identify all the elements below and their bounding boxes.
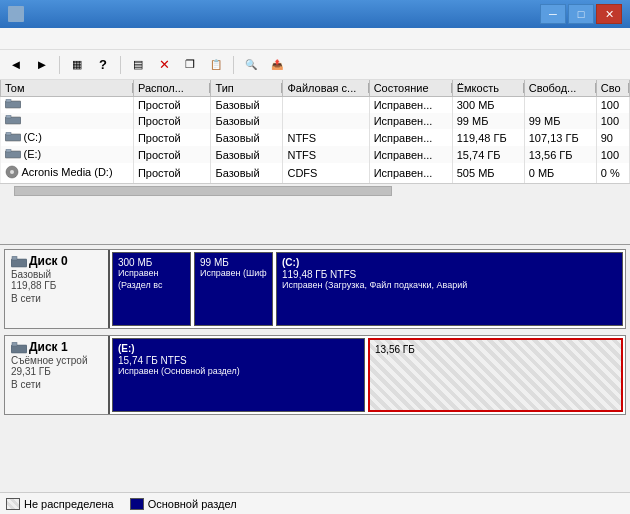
legend-box: [130, 498, 144, 510]
svg-rect-7: [6, 149, 11, 152]
minimize-button[interactable]: ─: [540, 4, 566, 24]
disk-partitions: 300 МБИсправен (Раздел вс99 МБИсправен (…: [110, 250, 625, 328]
table-header-row: Том Распол... Тип Файловая с... Состояни…: [1, 80, 630, 97]
status-bar: Не распределенаОсновной раздел: [0, 492, 630, 514]
cell-capacity: 300 МБ: [452, 97, 524, 114]
cell-vol: [1, 97, 134, 114]
legend-label: Не распределена: [24, 498, 114, 510]
window-controls: ─ □ ✕: [540, 4, 622, 24]
partition-info: Исправен (Основной раздел): [118, 366, 359, 378]
properties-button[interactable]: ▦: [65, 54, 89, 76]
cell-fs: [283, 97, 369, 114]
menu-file[interactable]: [4, 37, 20, 41]
zoom-button[interactable]: 🔍: [239, 54, 263, 76]
partition-size: 15,74 ГБ NTFS: [118, 355, 359, 366]
table-row[interactable]: Acronis Media (D:)ПростойБазовыйCDFSИспр…: [1, 163, 630, 183]
legend-label: Основной раздел: [148, 498, 237, 510]
help-button[interactable]: ?: [91, 54, 115, 76]
disk-label: Диск 0Базовый119,88 ГБВ сети: [5, 250, 110, 328]
cell-vol: Acronis Media (D:): [1, 163, 134, 183]
menu-help[interactable]: [52, 37, 68, 41]
scrollbar-thumb[interactable]: [14, 186, 392, 196]
cell-capacity: 119,48 ГБ: [452, 129, 524, 146]
partition-size: 13,56 ГБ: [375, 344, 616, 355]
disk-status: В сети: [11, 379, 102, 390]
cell-type: Базовый: [211, 163, 283, 183]
cell-free: 107,13 ГБ: [524, 129, 596, 146]
partition-size: 99 МБ: [200, 257, 267, 268]
horizontal-scrollbar[interactable]: [0, 183, 630, 197]
cell-fs: NTFS: [283, 146, 369, 163]
disk-area: Диск 0Базовый119,88 ГБВ сети300 МБИсправ…: [0, 245, 630, 492]
partition-title: (E:): [118, 343, 359, 354]
disk-row: Диск 1Съёмное устрой29,31 ГБВ сети(E:)15…: [4, 335, 626, 415]
col-layout: Распол...: [133, 80, 211, 97]
export-button[interactable]: 📤: [265, 54, 289, 76]
cell-status: Исправен...: [369, 97, 452, 114]
svg-rect-3: [6, 115, 11, 118]
forward-button[interactable]: ►: [30, 54, 54, 76]
col-vol: Том: [1, 80, 134, 97]
title-bar: ─ □ ✕: [0, 0, 630, 28]
cell-fs: NTFS: [283, 129, 369, 146]
cell-type: Базовый: [211, 146, 283, 163]
cell-free: 99 МБ: [524, 113, 596, 129]
cell-type: Базовый: [211, 97, 283, 114]
svg-point-9: [10, 170, 14, 174]
partition[interactable]: (C:)119,48 ГБ NTFSИсправен (Загрузка, Фа…: [276, 252, 623, 326]
app-icon: [8, 6, 24, 22]
table-row[interactable]: ПростойБазовыйИсправен...99 МБ99 МБ100: [1, 113, 630, 129]
partition[interactable]: 99 МБИсправен (Шиф: [194, 252, 273, 326]
svg-rect-13: [12, 342, 17, 346]
cell-capacity: 505 МБ: [452, 163, 524, 183]
cell-free: 13,56 ГБ: [524, 146, 596, 163]
back-button[interactable]: ◄: [4, 54, 28, 76]
cell-freepct: 90: [596, 129, 629, 146]
cell-status: Исправен...: [369, 163, 452, 183]
cell-free: 0 МБ: [524, 163, 596, 183]
table-row[interactable]: (C:)ПростойБазовыйNTFSИсправен...119,48 …: [1, 129, 630, 146]
partition-info: Исправен (Раздел вс: [118, 268, 185, 291]
cell-freepct: 100: [596, 97, 629, 114]
table-row[interactable]: ПростойБазовыйИсправен...300 МБ100: [1, 97, 630, 114]
disk-label: Диск 1Съёмное устрой29,31 ГБВ сети: [5, 336, 110, 414]
volumes-table: Том Распол... Тип Файловая с... Состояни…: [0, 80, 630, 183]
col-capacity: Ёмкость: [452, 80, 524, 97]
cell-fs: [283, 113, 369, 129]
maximize-button[interactable]: □: [568, 4, 594, 24]
menu-bar: [0, 28, 630, 50]
cell-capacity: 99 МБ: [452, 113, 524, 129]
table-area: Том Распол... Тип Файловая с... Состояни…: [0, 80, 630, 245]
table-row[interactable]: (E:)ПростойБазовыйNTFSИсправен...15,74 Г…: [1, 146, 630, 163]
disk-row: Диск 0Базовый119,88 ГБВ сети300 МБИсправ…: [4, 249, 626, 329]
cell-layout: Простой: [133, 163, 211, 183]
menu-view[interactable]: [36, 37, 52, 41]
disk-partitions: (E:)15,74 ГБ NTFSИсправен (Основной разд…: [110, 336, 625, 414]
cell-capacity: 15,74 ГБ: [452, 146, 524, 163]
disk-sublabel: Базовый: [11, 269, 102, 280]
disk-label-title: Диск 1: [11, 340, 102, 354]
cell-fs: CDFS: [283, 163, 369, 183]
cell-type: Базовый: [211, 129, 283, 146]
menu-action[interactable]: [20, 37, 36, 41]
partition-title: (C:): [282, 257, 617, 268]
cell-freepct: 100: [596, 146, 629, 163]
grid-button[interactable]: ▤: [126, 54, 150, 76]
copy-button[interactable]: ❐: [178, 54, 202, 76]
cell-layout: Простой: [133, 97, 211, 114]
partition[interactable]: 300 МБИсправен (Раздел вс: [112, 252, 191, 326]
cell-type: Базовый: [211, 113, 283, 129]
partition-size: 119,48 ГБ NTFS: [282, 269, 617, 280]
close-button[interactable]: ✕: [596, 4, 622, 24]
cell-status: Исправен...: [369, 146, 452, 163]
col-free: Свобод...: [524, 80, 596, 97]
toolbar-sep-3: [233, 56, 234, 74]
legend-box: [6, 498, 20, 510]
cell-layout: Простой: [133, 113, 211, 129]
col-freepct: Сво: [596, 80, 629, 97]
partition[interactable]: (E:)15,74 ГБ NTFSИсправен (Основной разд…: [112, 338, 365, 412]
delete-button[interactable]: ✕: [152, 54, 176, 76]
paste-button[interactable]: 📋: [204, 54, 228, 76]
partition[interactable]: 13,56 ГБ: [368, 338, 623, 412]
partition-info: Исправен (Шиф: [200, 268, 267, 280]
